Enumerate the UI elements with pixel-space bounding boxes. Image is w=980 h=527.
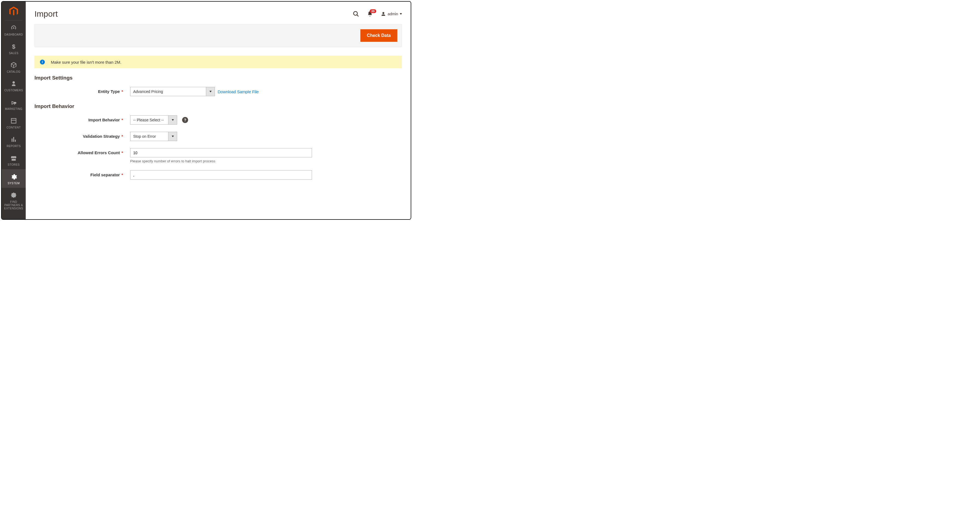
- box-icon: [10, 62, 17, 68]
- field-separator-input[interactable]: [130, 170, 312, 179]
- info-icon: i: [40, 60, 45, 65]
- nav-label: SALES: [9, 52, 19, 55]
- row-field-separator: Field separator*: [35, 170, 402, 179]
- puzzle-icon: [10, 192, 17, 199]
- gear-icon: [10, 173, 17, 180]
- sidebar-item-marketing[interactable]: MARKETING: [2, 95, 26, 113]
- nav-label: DASHBOARD: [5, 33, 23, 37]
- row-validation-strategy: Validation Strategy* Stop on Error: [35, 132, 402, 141]
- chevron-down-icon: [168, 132, 177, 141]
- page-header: Import 39 admin: [35, 2, 402, 24]
- page-title: Import: [35, 9, 58, 19]
- chevron-down-icon: [206, 87, 215, 96]
- svg-text:$: $: [12, 43, 15, 50]
- sidebar-item-dashboard[interactable]: DASHBOARD: [2, 21, 26, 39]
- entity-type-label: Entity Type*: [35, 87, 130, 94]
- person-icon: [10, 80, 17, 87]
- notification-badge: 39: [370, 9, 376, 13]
- info-text: Make sure your file isn't more than 2M.: [51, 60, 121, 65]
- validation-strategy-label: Validation Strategy*: [35, 132, 130, 138]
- nav-label: CUSTOMERS: [5, 89, 23, 92]
- entity-type-select[interactable]: Advanced Pricing: [130, 87, 215, 96]
- sidebar-item-content[interactable]: CONTENT: [2, 113, 26, 132]
- allowed-errors-count-label: Allowed Errors Count*: [35, 148, 130, 155]
- action-bar: Check Data: [35, 24, 402, 47]
- store-icon: [10, 154, 17, 162]
- sidebar-item-customers[interactable]: CUSTOMERS: [2, 76, 26, 95]
- sidebar-item-catalog[interactable]: CATALOG: [2, 58, 26, 76]
- notifications-button[interactable]: 39: [367, 11, 373, 17]
- validation-strategy-value: Stop on Error: [130, 132, 168, 141]
- user-menu[interactable]: admin: [380, 11, 402, 17]
- svg-line-2: [357, 15, 358, 16]
- gauge-icon: [10, 24, 17, 32]
- layout-icon: [10, 117, 17, 124]
- sidebar-item-system[interactable]: SYSTEM: [2, 169, 26, 188]
- sidebar-item-reports[interactable]: REPORTS: [2, 132, 26, 151]
- dollar-icon: $: [10, 43, 17, 50]
- svg-point-1: [353, 11, 357, 15]
- nav-label: FIND PARTNERS & EXTENSIONS: [3, 200, 25, 210]
- magento-logo-icon[interactable]: [8, 6, 19, 17]
- allowed-errors-count-input[interactable]: [130, 148, 312, 157]
- sidebar-item-sales[interactable]: $ SALES: [2, 39, 26, 58]
- row-entity-type: Entity Type* Advanced Pricing Download S…: [35, 87, 402, 96]
- row-import-behavior: Import Behavior* -- Please Select -- ?: [35, 115, 402, 125]
- header-actions: 39 admin: [353, 11, 402, 17]
- search-icon: [353, 11, 359, 17]
- nav-label: STORES: [8, 163, 20, 167]
- admin-sidebar: DASHBOARD $ SALES CATALOG CUSTOMERS MARK…: [2, 2, 26, 219]
- chart-icon: [10, 136, 17, 143]
- check-data-button[interactable]: Check Data: [360, 29, 397, 42]
- import-behavior-label: Import Behavior*: [35, 115, 130, 122]
- user-icon: [380, 11, 386, 17]
- download-sample-link[interactable]: Download Sample File: [218, 89, 259, 94]
- megaphone-icon: [10, 99, 17, 106]
- section-import-settings-title: Import Settings: [35, 75, 402, 81]
- chevron-down-icon: [400, 13, 402, 15]
- help-icon[interactable]: ?: [182, 117, 188, 123]
- entity-type-value: Advanced Pricing: [130, 87, 206, 96]
- nav-label: REPORTS: [6, 144, 21, 148]
- search-button[interactable]: [353, 11, 359, 17]
- nav-label: CATALOG: [7, 70, 21, 73]
- field-separator-label: Field separator*: [35, 170, 130, 177]
- import-behavior-select[interactable]: -- Please Select --: [130, 115, 177, 125]
- import-behavior-value: -- Please Select --: [130, 116, 168, 124]
- chevron-down-icon: [168, 116, 177, 124]
- section-import-behavior-title: Import Behavior: [35, 103, 402, 110]
- sidebar-item-partners[interactable]: FIND PARTNERS & EXTENSIONS: [2, 188, 26, 213]
- row-allowed-errors-count: Allowed Errors Count* Please specify num…: [35, 148, 402, 163]
- nav-label: SYSTEM: [8, 182, 20, 185]
- nav-label: MARKETING: [5, 108, 22, 111]
- logo-wrap: [5, 2, 22, 21]
- info-message: i Make sure your file isn't more than 2M…: [35, 56, 402, 68]
- allowed-errors-note: Please specify number of errors to halt …: [130, 159, 312, 163]
- nav-label: CONTENT: [6, 126, 21, 129]
- validation-strategy-select[interactable]: Stop on Error: [130, 132, 177, 141]
- main-content: Import 39 admin Check Data: [26, 2, 411, 219]
- user-name: admin: [388, 12, 398, 16]
- sidebar-item-stores[interactable]: STORES: [2, 151, 26, 169]
